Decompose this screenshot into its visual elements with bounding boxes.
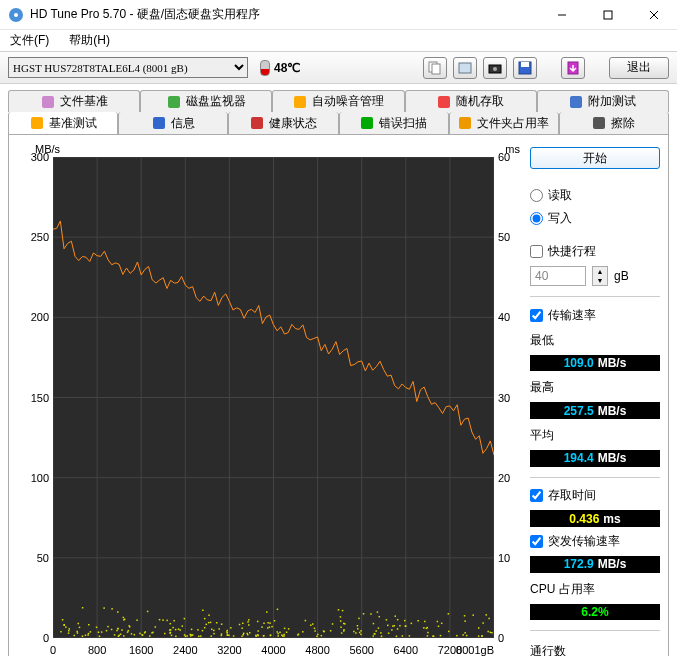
svg-rect-206 [243,634,245,636]
tab-label: 健康状态 [269,115,317,132]
svg-rect-3 [604,11,612,19]
svg-rect-227 [208,622,210,624]
svg-rect-59 [417,620,419,622]
save-button[interactable] [513,57,537,79]
tab-文件基准[interactable]: 文件基准 [8,90,140,112]
exit-button[interactable]: 退出 [609,57,669,79]
svg-rect-116 [391,629,393,631]
svg-rect-235 [288,628,290,630]
svg-rect-173 [190,634,192,636]
svg-rect-81 [211,629,213,631]
svg-rect-65 [185,636,187,638]
x-tick: 2400 [173,644,197,656]
svg-rect-43 [197,629,199,631]
shortstroke-value[interactable]: 40 [530,266,586,286]
svg-rect-271 [332,623,334,625]
copy-info-button[interactable] [423,57,447,79]
svg-rect-215 [65,626,67,628]
access-time-check[interactable]: 存取时间 [530,487,660,504]
svg-rect-70 [175,636,177,638]
svg-rect-120 [340,616,342,618]
svg-rect-241 [263,623,265,625]
y-tick: 0 [17,632,49,644]
svg-rect-19 [31,117,43,129]
tab-随机存取[interactable]: 随机存取 [405,90,537,112]
tab-错误扫描[interactable]: 错误扫描 [339,112,449,134]
tab-icon [569,95,583,109]
x-tick: 1600 [129,644,153,656]
svg-rect-163 [438,626,440,628]
menu-help[interactable]: 帮助(H) [65,30,114,51]
read-radio[interactable]: 读取 [530,187,660,204]
maximize-button[interactable] [585,0,631,29]
svg-rect-79 [134,634,136,636]
svg-rect-240 [124,619,126,621]
svg-rect-53 [321,635,323,637]
svg-rect-260 [226,630,228,632]
svg-rect-67 [386,619,388,621]
burst-rate-check[interactable]: 突发传输速率 [530,533,660,550]
svg-rect-275 [257,621,259,623]
copy-screenshot-button[interactable] [453,57,477,79]
svg-rect-170 [432,635,434,637]
tab-基准测试[interactable]: 基准测试 [8,112,118,134]
shortstroke-spinner[interactable]: ▲▼ [592,266,608,286]
svg-rect-154 [123,635,125,637]
minimize-button[interactable] [539,0,585,29]
tab-附加测试[interactable]: 附加测试 [537,90,669,112]
svg-rect-111 [239,624,241,626]
svg-rect-277 [423,627,425,629]
svg-rect-285 [464,632,466,634]
tab-icon [41,95,55,109]
svg-rect-137 [210,635,212,637]
svg-rect-180 [437,621,439,623]
svg-rect-196 [111,608,113,610]
svg-rect-106 [202,610,204,612]
svg-rect-55 [127,631,129,633]
tab-信息[interactable]: 信息 [118,112,228,134]
svg-rect-158 [111,629,113,631]
close-button[interactable] [631,0,677,29]
svg-rect-250 [228,635,230,637]
shortstroke-check[interactable]: 快捷行程 [530,243,660,260]
svg-rect-236 [246,633,248,635]
svg-rect-142 [204,627,206,629]
svg-rect-192 [241,627,243,629]
svg-rect-24 [593,117,605,129]
svg-rect-245 [282,635,284,637]
temperature-value: 48℃ [274,61,300,75]
svg-rect-63 [218,628,220,630]
options-button[interactable] [561,57,585,79]
tab-label: 擦除 [611,115,635,132]
drive-select[interactable]: HGST HUS728T8TALE6L4 (8001 gB) [8,57,248,78]
tab-健康状态[interactable]: 健康状态 [228,112,338,134]
svg-rect-20 [153,117,165,129]
start-button[interactable]: 开始 [530,147,660,169]
svg-rect-232 [178,628,180,630]
tab-label: 信息 [171,115,195,132]
svg-rect-7 [432,64,440,74]
menu-file[interactable]: 文件(F) [6,30,53,51]
svg-rect-16 [294,96,306,108]
x-tick: 5600 [349,644,373,656]
window-title: HD Tune Pro 5.70 - 硬盘/固态硬盘实用程序 [30,6,539,23]
svg-rect-8 [459,63,471,73]
write-radio[interactable]: 写入 [530,210,660,227]
tab-擦除[interactable]: 擦除 [559,112,669,134]
svg-rect-270 [179,629,181,631]
svg-rect-141 [120,634,122,636]
screenshot-button[interactable] [483,57,507,79]
svg-rect-290 [147,611,149,613]
tab-自动噪音管理[interactable]: 自动噪音管理 [272,90,404,112]
x-tick: 8001gB [456,644,494,656]
svg-rect-90 [136,619,138,621]
svg-rect-242 [216,622,218,624]
tab-磁盘监视器[interactable]: 磁盘监视器 [140,90,272,112]
svg-rect-144 [261,626,263,628]
svg-rect-148 [98,631,100,633]
svg-rect-289 [427,632,429,634]
tab-文件夹占用率[interactable]: 文件夹占用率 [449,112,559,134]
transfer-rate-check[interactable]: 传输速率 [530,307,660,324]
svg-rect-96 [397,619,399,621]
svg-rect-262 [448,613,450,615]
